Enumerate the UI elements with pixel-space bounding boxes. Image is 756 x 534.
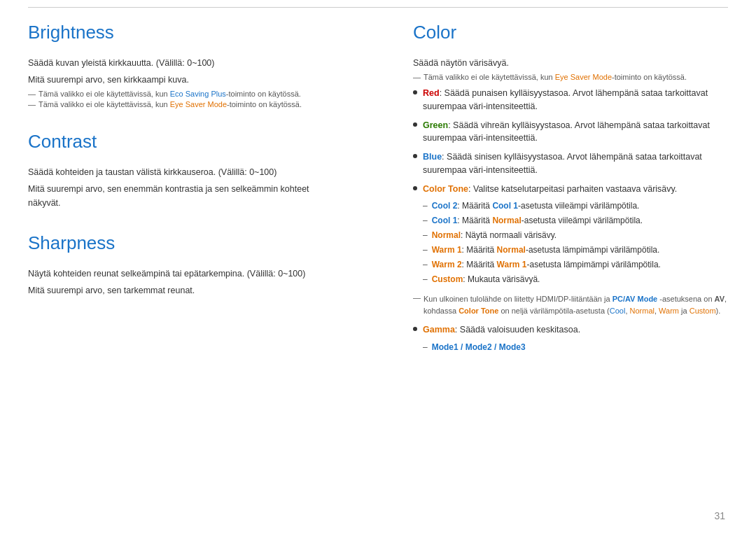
cool2-label: Cool 2	[432, 201, 458, 211]
color-footnote-2: — Kun ulkoinen tulolähde on liitetty HDM…	[413, 293, 728, 316]
gamma-text: Gamma: Säädä valoisuuden keskitasoa.	[423, 323, 580, 337]
normal-ref-cool: Normal	[492, 216, 521, 225]
warm2-item: Warm 2: Määritä Warm 1-asetusta lämpimäm…	[423, 258, 661, 271]
brightness-title: Brightness	[28, 22, 343, 43]
warm1-label: Warm 1	[432, 245, 462, 255]
normal-item: Normal: Näytä normaali värisävy.	[423, 229, 661, 241]
color-fn2-text: Kun ulkoinen tulolähde on liitetty HDMI/…	[424, 293, 728, 316]
custom-item: Custom: Mukauta värisävyä.	[423, 273, 661, 286]
brightness-footnotes: — Tämä valikko ei ole käytettävissä, kun…	[28, 90, 343, 108]
color-bullet-list: Red: Säädä punaisen kylläisyystasoa. Arv…	[413, 87, 728, 288]
bullet-dot-red	[413, 90, 417, 94]
color-bullet-blue: Blue: Säädä sinisen kylläisyystasoa. Arv…	[413, 150, 728, 177]
color-fn-text: Tämä valikko ei ole käytettävissä, kun E…	[424, 73, 687, 81]
brightness-p2: Mitä suurempi arvo, sen kirkkaampi kuva.	[28, 73, 343, 87]
color-green-text: Green: Säädä vihreän kylläisyystasoa. Ar…	[423, 119, 728, 146]
cool1-ref: Cool 1	[492, 201, 518, 211]
bullet-dot-green	[413, 122, 417, 127]
brightness-p1: Säädä kuvan yleistä kirkkauutta. (Välill…	[28, 56, 343, 70]
color-footnote-1: — Tämä valikko ei ole käytettävissä, kun…	[413, 73, 728, 81]
warm2-label: Warm 2	[432, 260, 462, 269]
two-column-layout: Brightness Säädä kuvan yleistä kirkkauut…	[28, 22, 728, 520]
bullet-dot-gamma	[413, 327, 417, 331]
page-number: 31	[714, 510, 725, 521]
gamma-bullet-list: Gamma: Säädä valoisuuden keskitasoa. Mod…	[413, 323, 728, 356]
sharpness-p2: Mitä suurempi arvo, sen tarkemmat reunat…	[28, 283, 343, 297]
bullet-dot-blue	[413, 154, 417, 158]
brightness-footnote-1: — Tämä valikko ei ole käytettävissä, kun…	[28, 90, 343, 98]
color-bullet-green: Green: Säädä vihreän kylläisyystasoa. Ar…	[413, 119, 728, 146]
gamma-sublist: Mode1 / Mode2 / Mode3	[423, 341, 526, 356]
right-column: Color Säädä näytön värisävyä. — Tämä val…	[399, 22, 728, 520]
color-bullet-tone: Color Tone: Valitse katselutarpeitasi pa…	[413, 183, 728, 288]
color-tone-text: Color Tone: Valitse katselutarpeitasi pa…	[423, 183, 677, 196]
cool1-item: Cool 1: Määritä Normal-asetusta viileämp…	[423, 214, 661, 227]
top-divider	[28, 7, 728, 8]
contrast-section: Contrast Säädä kohteiden ja taustan väli…	[28, 131, 343, 210]
color-fn-dash: —	[413, 73, 421, 81]
warm1-ref: Warm 1	[497, 260, 527, 269]
contrast-title: Contrast	[28, 131, 343, 153]
gamma-bullet: Gamma: Säädä valoisuuden keskitasoa. Mod…	[413, 323, 728, 356]
brightness-footnote-2: — Tämä valikko ei ole käytettävissä, kun…	[28, 100, 343, 108]
color-green-label: Green	[423, 120, 448, 130]
gamma-modes-label: Mode1 / Mode2 / Mode3	[432, 341, 526, 353]
warm1-item: Warm 1: Määritä Normal-asetusta lämpimäm…	[423, 244, 661, 256]
page: Brightness Säädä kuvan yleistä kirkkauut…	[0, 0, 756, 534]
color-title: Color	[413, 22, 728, 43]
sharpness-title: Sharpness	[28, 232, 343, 254]
brightness-note1-text: Tämä valikko ei ole käytettävissä, kun E…	[38, 90, 301, 98]
brightness-note2-text: Tämä valikko ei ole käytettävissä, kun E…	[38, 100, 302, 108]
fn-dash-2: —	[28, 100, 36, 108]
contrast-p2: Mitä suurempi arvo, sen enemmän kontrast…	[28, 182, 343, 210]
left-column: Brightness Säädä kuvan yleistä kirkkauut…	[28, 22, 357, 520]
brightness-section: Brightness Säädä kuvan yleistä kirkkauut…	[28, 22, 343, 108]
color-p1: Säädä näytön värisävyä.	[413, 56, 728, 70]
color-blue-label: Blue	[423, 152, 442, 162]
color-fn2-dash: —	[413, 293, 421, 302]
gamma-label: Gamma	[423, 325, 455, 335]
custom-label: Custom	[432, 274, 463, 284]
cool1-label: Cool 1	[432, 216, 458, 225]
color-bullet-red: Red: Säädä punaisen kylläisyystasoa. Arv…	[413, 87, 728, 113]
normal-ref-warm: Normal	[497, 245, 526, 255]
color-blue-text: Blue: Säädä sinisen kylläisyystasoa. Arv…	[423, 150, 728, 177]
contrast-p1: Säädä kohteiden ja taustan välistä kirkk…	[28, 165, 343, 179]
color-tone-label: Color Tone	[423, 184, 468, 194]
color-section: Color Säädä näytön värisävyä. — Tämä val…	[413, 22, 728, 356]
color-red-text: Red: Säädä punaisen kylläisyystasoa. Arv…	[423, 87, 728, 113]
gamma-modes: Mode1 / Mode2 / Mode3	[423, 341, 526, 353]
fn-dash-1: —	[28, 90, 36, 98]
bullet-dot-tone	[413, 186, 417, 190]
color-red-label: Red	[423, 88, 440, 98]
cool2-item: Cool 2: Määritä Cool 1-asetusta viileämp…	[423, 199, 661, 212]
color-tone-sublist: Cool 2: Määritä Cool 1-asetusta viileämp…	[423, 199, 661, 288]
sharpness-p1: Näytä kohteiden reunat selkeämpinä tai e…	[28, 267, 343, 281]
normal-label: Normal	[432, 230, 461, 240]
sharpness-section: Sharpness Näytä kohteiden reunat selkeäm…	[28, 232, 343, 297]
